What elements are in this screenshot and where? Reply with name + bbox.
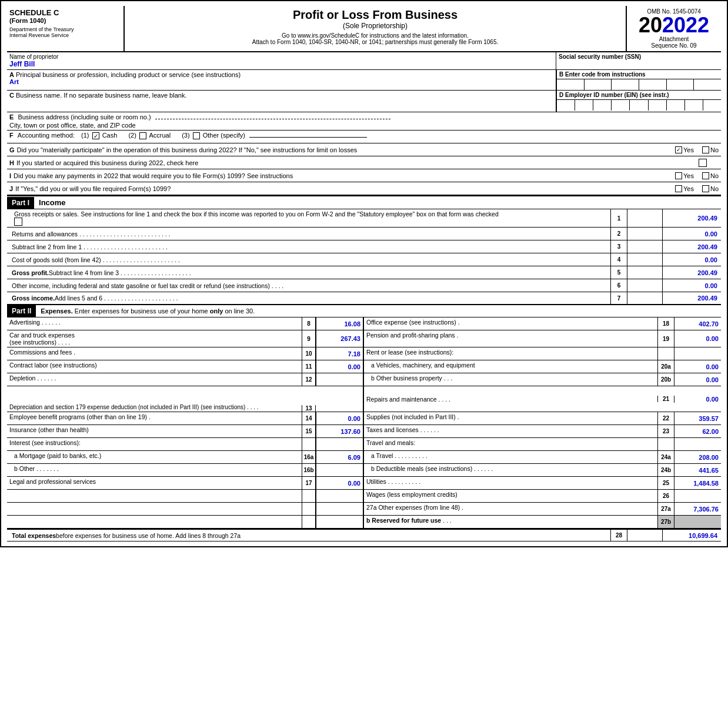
income-line-7: Gross income. Add lines 5 and 6 . . . . … — [7, 292, 721, 305]
field-h-checkbox[interactable] — [699, 159, 707, 167]
exp22-amount: 359.57 — [674, 412, 721, 424]
exp19-linenum: 19 — [657, 330, 674, 347]
j-yes-checkbox[interactable] — [675, 185, 682, 192]
expense-row-16a-24a: a Mortgage (paid to banks, etc.) 16a 6.0… — [7, 451, 721, 464]
field-d-section: D Employer ID number (EIN) (see instr.) — [556, 91, 721, 112]
field-i-yes: Yes — [683, 172, 694, 179]
field-i-no: No — [710, 172, 719, 179]
field-j-letter: J — [9, 185, 13, 192]
line5-label: Gross profit. Subtract line 4 from line … — [7, 266, 610, 279]
exp18-linenum: 18 — [657, 317, 674, 330]
part2-title: Expenses. Enter expenses for business us… — [36, 306, 259, 316]
expense-row-16b-24b: b Other . . . . . . . 16b b Deductible m… — [7, 464, 721, 477]
i-yes-checkbox[interactable] — [675, 172, 682, 179]
expense-row-12-20b: Depletion . . . . . . 12 b Other busines… — [7, 373, 721, 386]
expense-row-8-18: Advertising . . . . . . 8 16.08 Office e… — [7, 317, 721, 330]
exp24h-amount — [674, 438, 721, 450]
form-number: (Form 1040) — [9, 17, 121, 24]
exp9-amount: 267.43 — [316, 330, 363, 347]
expense-right-27a: 27a Other expenses (from line 48) . 27a … — [364, 503, 721, 515]
field-f-opt2: (2) — [128, 132, 136, 139]
field-f-cash: Cash — [102, 132, 118, 139]
expense-right-22: Supplies (not included in Part III) . 22… — [364, 412, 721, 424]
field-f-accrual: Accrual — [149, 132, 171, 139]
expblank3-amount — [316, 516, 363, 528]
expense-right-24h: Travel and meals: — [364, 438, 721, 450]
field-i-label: Did you make any payments in 2022 that w… — [14, 172, 669, 179]
field-f-section: F Accounting method: (1) Cash (2) Accrua… — [7, 131, 721, 143]
exp13-label: Depreciation and section 179 expense ded… — [7, 403, 302, 412]
exp27a-label: 27a Other expenses (from line 48) . — [364, 503, 657, 515]
line1-spacer — [627, 209, 662, 227]
exp16b-linenum: 16b — [302, 464, 316, 476]
field-j-no-section: No — [701, 185, 719, 192]
exp20h-amount — [674, 347, 721, 360]
income-line-1: Gross receipts or sales. See instruction… — [7, 209, 721, 228]
ssn-label: Social security number (SSN) — [559, 54, 719, 60]
exp27b-label: b Reserved for future use . . . — [364, 516, 657, 528]
exp19-label: Pension and profit-sharing plans . — [364, 330, 657, 347]
expense-right-27b: b Reserved for future use . . . 27b — [364, 516, 721, 528]
field-b-boxes — [557, 79, 721, 90]
b-box-4 — [639, 79, 667, 90]
line1-label: Gross receipts or sales. See instruction… — [7, 209, 610, 227]
exp24h-label: Travel and meals: — [364, 438, 657, 450]
field-j-label: If "Yes," did you or will you file requi… — [15, 185, 669, 192]
line4-spacer — [627, 253, 662, 266]
other-checkbox[interactable] — [193, 132, 200, 139]
exp16h-label: Interest (see instructions): — [7, 438, 302, 450]
expense-right-23: Taxes and licenses . . . . . . 23 62.00 — [364, 425, 721, 437]
line7-amount: 200.49 — [662, 292, 721, 304]
cash-checkbox[interactable] — [92, 132, 99, 139]
expense-right-21: Repairs and maintenance . . . . 21 0.00 — [364, 386, 721, 412]
income-line-4: Cost of goods sold (from line 42) . . . … — [7, 253, 721, 266]
income-line-5: Gross profit. Subtract line 4 from line … — [7, 266, 721, 279]
expense-right-24a: a Travel . . . . . . . . . . 24a 208.00 — [364, 451, 721, 463]
line2-amount: 0.00 — [662, 228, 721, 240]
exp24b-amount: 441.65 — [674, 464, 721, 476]
d-box-7 — [667, 100, 685, 111]
g-no-checkbox[interactable] — [702, 146, 709, 153]
exp27b-linenum: 27b — [657, 516, 674, 528]
line7-num: 7 — [610, 292, 627, 304]
line1-checkbox[interactable] — [14, 218, 22, 226]
field-j-yes-section: Yes — [674, 185, 694, 192]
schedule-title: SCHEDULE C — [9, 8, 121, 17]
expense-left-16h: Interest (see instructions): — [7, 438, 364, 450]
field-j-row: J If "Yes," did you or will you file req… — [7, 182, 721, 195]
expense-row-10-20h: Commissions and fees . 10 7.18 Rent or l… — [7, 347, 721, 360]
g-yes-checkbox[interactable]: ✓ — [675, 146, 682, 153]
field-i-yes-section: Yes — [674, 172, 694, 179]
line3-label: Subtract line 2 from line 1 . . . . . . … — [7, 240, 610, 253]
exp13-linenum: 13 — [302, 405, 316, 412]
exp10-linenum: 10 — [302, 347, 316, 360]
field-e-row: E Business address (including suite or r… — [7, 112, 721, 131]
line1-amount: 200.49 — [662, 209, 721, 227]
exp16h-amount — [316, 438, 363, 450]
d-box-1 — [557, 100, 575, 111]
d-box-9 — [703, 100, 721, 111]
j-no-checkbox[interactable] — [702, 185, 709, 192]
expense-left-8: Advertising . . . . . . 8 16.08 — [7, 317, 364, 330]
exp14-amount: 0.00 — [316, 412, 363, 424]
line28-amount: 10,699.64 — [662, 530, 721, 541]
exp10-label: Commissions and fees . — [7, 347, 302, 360]
line28-label: Total expenses before expenses for busin… — [7, 530, 610, 541]
exp20b-amount: 0.00 — [674, 373, 721, 386]
exp9-linenum: 9 — [302, 330, 316, 347]
line6-amount: 0.00 — [662, 279, 721, 292]
exp8-linenum: 8 — [302, 317, 316, 330]
exp12-linenum: 12 — [302, 373, 316, 386]
expblank3-label — [7, 516, 302, 528]
field-i-section: I Did you make any payments in 2022 that… — [7, 169, 721, 182]
i-no-checkbox[interactable] — [702, 172, 709, 179]
header-right: OMB No. 1545-0074 202022 Attachment Sequ… — [627, 6, 721, 51]
line1-num: 1 — [610, 209, 627, 227]
field-e-content: E Business address (including suite or r… — [9, 113, 719, 121]
field-c-left: C Business name. If no separate business… — [7, 91, 556, 112]
field-h-row: H If you started or acquired this busine… — [7, 156, 721, 169]
schedule-c-form: SCHEDULE C (Form 1040) Department of the… — [0, 0, 728, 547]
accrual-checkbox[interactable] — [139, 132, 146, 139]
exp16a-label: a Mortgage (paid to banks, etc.) — [7, 451, 302, 463]
field-g-letter: G — [9, 146, 15, 153]
